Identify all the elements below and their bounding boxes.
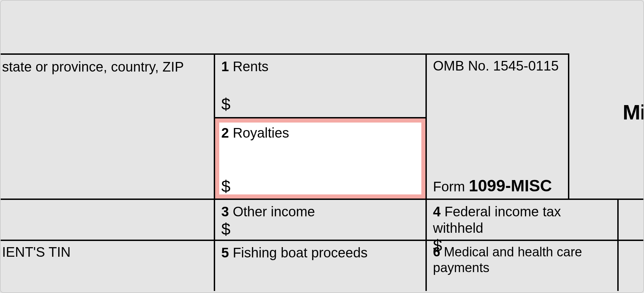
box-5-label: 5 Fishing boat proceeds xyxy=(221,244,419,261)
form-1099-misc: state or province, country, ZIP 1 Rents … xyxy=(1,1,643,292)
box-6-text: Medical and health care payments xyxy=(433,245,582,275)
box-6-label: 6 Medical and health care payments xyxy=(433,244,611,276)
box-2-label: 2 Royalties xyxy=(221,125,419,141)
box-4-text: Federal income tax withheld xyxy=(433,204,561,235)
form-title-cell: Mis xyxy=(569,55,643,199)
box-3-number: 3 xyxy=(221,204,229,219)
row2-left-cell xyxy=(0,200,215,240)
tin-label: IENT'S TIN xyxy=(2,244,71,259)
form-label: Form xyxy=(433,179,465,194)
address-label: state or province, country, ZIP xyxy=(2,59,184,74)
box-4-label: 4 Federal income tax withheld xyxy=(433,203,611,236)
box-1-label: 1 Rents xyxy=(221,58,419,75)
omb-form-cell: OMB No. 1545-0115 Form 1099-MISC xyxy=(427,55,569,199)
box-5-number: 5 xyxy=(221,245,229,260)
box-4-federal-tax[interactable]: 4 Federal income tax withheld $ xyxy=(427,200,619,240)
box-3-text: Other income xyxy=(233,204,315,219)
box-5-fishing[interactable]: 5 Fishing boat proceeds xyxy=(215,241,427,291)
box-2-text: Royalties xyxy=(233,125,289,140)
box-3-label: 3 Other income xyxy=(221,203,419,220)
recipient-tin-cell: IENT'S TIN xyxy=(0,241,215,291)
boxes-5-6-row: IENT'S TIN 5 Fishing boat proceeds 6 Med… xyxy=(0,241,643,291)
box-2-dollar: $ xyxy=(221,177,419,196)
form-identifier: Form 1099-MISC xyxy=(433,176,562,195)
payer-address-cell: state or province, country, ZIP xyxy=(0,55,215,199)
top-border-area xyxy=(0,1,569,55)
form-number: 1099-MISC xyxy=(469,177,552,195)
box-3-other-income[interactable]: 3 Other income $ xyxy=(215,200,427,240)
box-1-dollar: $ xyxy=(221,95,419,114)
omb-number: OMB No. 1545-0115 xyxy=(433,58,562,74)
box-2-number: 2 xyxy=(221,125,229,140)
box-4-number: 4 xyxy=(433,204,441,219)
box-1-rents[interactable]: 1 Rents $ xyxy=(215,55,427,118)
boxes-3-4-row: 3 Other income $ 4 Federal income tax wi… xyxy=(0,200,643,241)
box-1-number: 1 xyxy=(221,59,229,74)
box-2-royalties[interactable]: 2 Royalties $ xyxy=(215,118,427,199)
box-3-dollar: $ xyxy=(221,220,419,239)
box-1-text: Rents xyxy=(233,59,269,74)
boxes-1-2-column: 1 Rents $ 2 Royalties $ xyxy=(215,55,427,199)
box-5-text: Fishing boat proceeds xyxy=(233,245,368,260)
title-fragment: Mis xyxy=(623,100,643,124)
box-6-number: 6 xyxy=(433,245,440,259)
box-6-medical[interactable]: 6 Medical and health care payments xyxy=(427,241,619,291)
main-row: state or province, country, ZIP 1 Rents … xyxy=(0,55,643,200)
